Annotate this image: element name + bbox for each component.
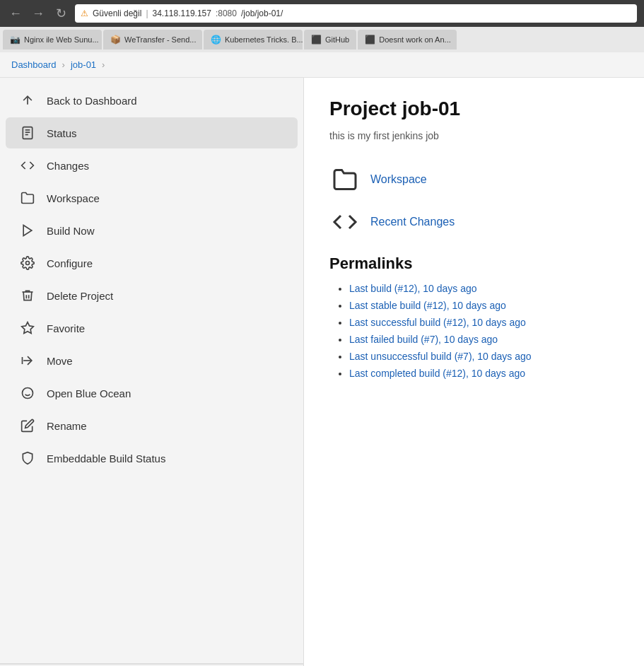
page-title: Project job-01 [329,98,619,120]
breadcrumb-dashboard[interactable]: Dashboard [11,59,57,70]
address-bar[interactable]: ⚠ Güvenli değil | 34.118.119.157 :8080 /… [75,4,637,23]
sidebar-item-changes[interactable]: Changes [6,150,298,181]
blue-ocean-icon [20,386,35,400]
recent-changes-link[interactable]: Recent Changes [370,216,455,228]
url-host: 34.118.119.157 [153,8,211,18]
tab-kubernetes[interactable]: 🌐 Kubernetes Tricks. B... [204,30,303,49]
permalinks-title: Permalinks [329,255,619,273]
play-icon [20,223,35,238]
url-path: /job/job-01/ [241,8,283,18]
list-item: Last successful build (#12), 10 days ago [349,317,619,328]
workspace-link[interactable]: Workspace [370,173,427,186]
list-item: Last completed build (#12), 10 days ago [349,368,619,379]
main-content: Project job-01 this is my first jenkins … [304,78,644,663]
breadcrumb: Dashboard › job-01 › [0,52,644,78]
tabs-bar: 📷 Nginx ile Web Sunu... 📦 WeTransfer - S… [0,27,644,52]
sidebar-label-delete: Delete Project [47,290,113,302]
folder-icon [20,191,35,205]
sidebar-item-build-now[interactable]: Build Now [6,215,298,246]
tab-wetransfer[interactable]: 📦 WeTransfer - Send... [103,30,202,49]
shield-icon [20,451,35,465]
sidebar-item-favorite[interactable]: Favorite [6,312,298,344]
permalink-last-stable[interactable]: Last stable build (#12), 10 days ago [349,300,506,311]
permalink-last-unsuccessful[interactable]: Last unsuccessful build (#7), 10 days ag… [349,351,532,362]
code-icon [20,158,35,173]
move-icon [20,354,35,368]
tab-instagram[interactable]: 📷 Nginx ile Web Sunu... [3,30,102,49]
sidebar-label-workspace: Workspace [47,192,100,204]
sidebar-item-move[interactable]: Move [6,345,298,376]
permalink-last-failed[interactable]: Last failed build (#7), 10 days ago [349,334,498,345]
recent-changes-link-item: Recent Changes [329,206,619,238]
url-insecure-label: Güvenli değil [93,8,141,18]
list-item: Last build (#12), 10 days ago [349,283,619,294]
code-changes-icon [329,206,361,238]
workspace-link-item: Workspace [329,164,619,195]
breadcrumb-sep-2: › [102,59,105,70]
tab-doesnt-work[interactable]: ⬛ Doesnt work on An... [358,30,457,49]
breadcrumb-job[interactable]: job-01 [71,59,96,70]
sidebar-label-favorite: Favorite [47,322,85,334]
breadcrumb-sep-1: › [62,59,65,70]
sidebar-label-changes: Changes [47,160,89,172]
star-icon [20,321,35,335]
svg-marker-5 [23,226,32,236]
sidebar-label-back: Back to Dashboard [47,95,137,107]
sidebar-item-status[interactable]: Status [6,117,298,148]
sidebar-label-move: Move [47,355,73,367]
permalinks-list: Last build (#12), 10 days ago Last stabl… [329,283,619,379]
list-item: Last unsuccessful build (#7), 10 days ag… [349,351,619,362]
permalink-last-completed[interactable]: Last completed build (#12), 10 days ago [349,368,525,379]
sidebar-item-rename[interactable]: Rename [6,410,298,441]
sidebar: Back to Dashboard Status Changes Workspa… [0,78,304,663]
pencil-icon [20,419,35,433]
sidebar-item-back-to-dashboard[interactable]: Back to Dashboard [6,85,298,116]
warning-icon: ⚠ [81,8,88,18]
reload-button[interactable]: ↻ [52,6,69,21]
project-description: this is my first jenkins job [329,130,619,141]
arrow-up-icon [20,93,35,107]
forward-button[interactable]: → [30,6,47,21]
svg-point-10 [23,388,33,399]
url-port: :8080 [216,8,237,18]
svg-marker-7 [22,322,34,334]
sidebar-label-build-now: Build Now [47,225,95,237]
sidebar-label-embeddable: Embeddable Build Status [47,452,165,465]
sidebar-item-configure[interactable]: Configure [6,247,298,279]
gear-icon [20,256,35,270]
svg-point-6 [26,262,30,265]
sidebar-label-configure: Configure [47,257,93,269]
sidebar-item-workspace[interactable]: Workspace [6,182,298,214]
sidebar-label-blue-ocean: Open Blue Ocean [47,387,131,399]
document-icon [20,126,35,140]
sidebar-item-open-blue-ocean[interactable]: Open Blue Ocean [6,378,298,409]
browser-chrome: ← → ↻ ⚠ Güvenli değil | 34.118.119.157 :… [0,0,644,27]
permalink-last-build[interactable]: Last build (#12), 10 days ago [349,283,477,294]
trash-icon [20,288,35,303]
main-layout: Back to Dashboard Status Changes Workspa… [0,78,644,663]
list-item: Last failed build (#7), 10 days ago [349,334,619,345]
url-separator: | [146,8,148,18]
back-button[interactable]: ← [7,6,24,21]
sidebar-item-embeddable-build-status[interactable]: Embeddable Build Status [6,443,298,474]
sidebar-label-rename: Rename [47,420,87,432]
workspace-folder-icon [329,164,361,195]
sidebar-label-status: Status [47,127,77,139]
sidebar-item-delete-project[interactable]: Delete Project [6,280,298,311]
tab-github[interactable]: ⬛ GitHub [304,30,356,49]
permalink-last-successful[interactable]: Last successful build (#12), 10 days ago [349,317,526,328]
list-item: Last stable build (#12), 10 days ago [349,300,619,311]
